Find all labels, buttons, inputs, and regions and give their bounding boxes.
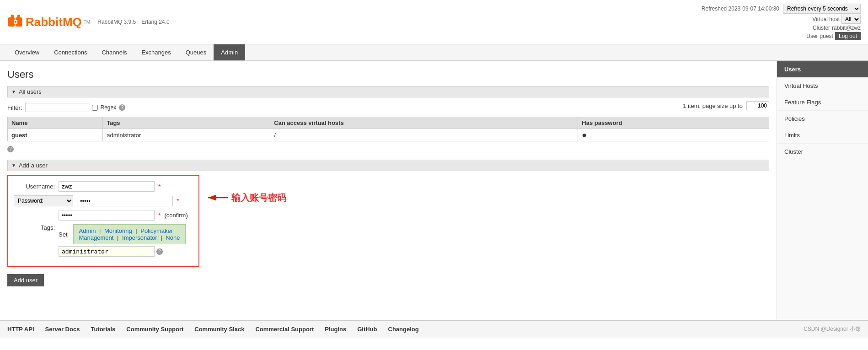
tag-monitoring-link[interactable]: Monitoring	[104, 227, 132, 234]
logo-text: RabbitMQ	[26, 15, 82, 29]
footer-changelog[interactable]: Changelog	[388, 326, 419, 333]
nav-exchanges[interactable]: Exchanges	[134, 44, 178, 60]
tag-impersonator-link[interactable]: Impersonator	[122, 234, 157, 241]
cluster-value: rabbit@zwz	[832, 25, 861, 31]
regex-label: Regex	[101, 104, 117, 111]
user-name-cell: guest	[8, 129, 103, 141]
set-label: Set	[59, 231, 68, 238]
confirm-required: *	[158, 212, 161, 219]
regex-help-icon[interactable]: ?	[119, 104, 125, 111]
tags-row: Tags: Set Admin | Monitoring | Policymak…	[14, 224, 193, 257]
footer-server-docs[interactable]: Server Docs	[45, 326, 80, 333]
sidebar-item-virtual-hosts[interactable]: Virtual Hosts	[777, 78, 868, 94]
add-user-box: Username: * Password: Hashed password: *	[7, 175, 199, 267]
tag-admin-link[interactable]: Admin	[79, 227, 96, 234]
content: Users ▼ All users Filter: Regex ? 1 item…	[0, 61, 777, 320]
rabbitmq-version: RabbitMQ 3.9.5	[97, 19, 136, 25]
svg-rect-2	[11, 15, 14, 19]
page-size-label: 1 item, page size up to	[683, 102, 743, 109]
confirm-label: (confirm)	[164, 212, 188, 219]
tags-area: Set Admin | Monitoring | Policymaker Man…	[59, 224, 186, 257]
tags-help-icon[interactable]: ?	[156, 248, 163, 255]
page-title: Users	[7, 69, 769, 81]
logo-tm: TM	[84, 20, 90, 25]
table-help-icon[interactable]: ?	[7, 146, 14, 152]
footer-http-api[interactable]: HTTP API	[7, 326, 34, 333]
username-input[interactable]	[59, 181, 155, 192]
footer-community-support[interactable]: Community Support	[126, 326, 183, 333]
footer-github[interactable]: GitHub	[357, 326, 377, 333]
password-row: Password: Hashed password: *	[14, 195, 193, 206]
logout-button[interactable]: Log out	[835, 32, 861, 40]
sidebar-item-cluster[interactable]: Cluster	[777, 144, 868, 160]
col-vhosts: Can access virtual hosts	[270, 117, 578, 129]
user-password-cell: ●	[578, 129, 769, 141]
user-value: guest	[820, 33, 833, 39]
nav-overview[interactable]: Overview	[7, 44, 47, 60]
sidebar-item-users[interactable]: Users	[777, 61, 868, 78]
users-table: Name Tags Can access virtual hosts Has p…	[7, 117, 769, 141]
all-users-section-header[interactable]: ▼ All users	[7, 86, 769, 97]
version-info: RabbitMQ 3.9.5 Erlang 24.0	[97, 19, 169, 25]
password-type-select[interactable]: Password: Hashed password:	[14, 195, 73, 206]
footer-tutorials[interactable]: Tutorials	[91, 326, 115, 333]
cluster-label: Cluster	[813, 25, 830, 31]
confirm-password-row: * (confirm)	[14, 210, 193, 221]
tag-none-link[interactable]: None	[166, 234, 180, 241]
nav-connections[interactable]: Connections	[47, 44, 94, 60]
vhost-row: Virtual host All /	[812, 15, 861, 24]
user-label: User	[806, 33, 818, 39]
filter-label: Filter:	[7, 104, 22, 111]
filter-input[interactable]	[25, 103, 89, 112]
nav-queues[interactable]: Queues	[178, 44, 214, 60]
refresh-select[interactable]: Refresh every 5 seconds Refresh every 10…	[783, 4, 861, 14]
collapse-arrow-icon: ▼	[11, 89, 16, 94]
vhost-label: Virtual host	[812, 16, 840, 22]
tags-input[interactable]	[59, 246, 155, 257]
main: Users ▼ All users Filter: Regex ? 1 item…	[0, 61, 868, 320]
user-vhosts-cell: /	[270, 129, 578, 141]
nav-channels[interactable]: Channels	[94, 44, 134, 60]
user-row: User guest Log out	[806, 32, 861, 40]
sidebar: Users Virtual Hosts Feature Flags Polici…	[777, 61, 868, 320]
table-row[interactable]: guest administrator / ●	[8, 129, 769, 141]
add-user-arrow-icon: ▼	[11, 163, 16, 168]
logo-area: RabbitMQTM RabbitMQ 3.9.5 Erlang 24.0	[7, 14, 170, 30]
footer: HTTP API Server Docs Tutorials Community…	[0, 320, 868, 338]
tag-management-link[interactable]: Management	[79, 234, 114, 241]
erlang-version: Erlang 24.0	[141, 19, 169, 25]
add-user-button[interactable]: Add user	[7, 274, 44, 286]
sidebar-item-feature-flags[interactable]: Feature Flags	[777, 94, 868, 111]
all-users-label: All users	[19, 88, 42, 95]
sidebar-item-limits[interactable]: Limits	[777, 127, 868, 144]
cluster-row: Cluster rabbit@zwz	[813, 25, 861, 31]
tags-shortcuts: Admin | Monitoring | Policymaker Managem…	[73, 224, 186, 244]
refreshed-label: Refreshed 2023-09-07 14:00:30	[702, 5, 779, 12]
footer-credit: CSDN @Designer 小郑	[804, 325, 861, 333]
filter-left: Filter: Regex ?	[7, 103, 125, 112]
tags-label: Tags:	[14, 224, 55, 231]
footer-plugins[interactable]: Plugins	[325, 326, 346, 333]
nav-admin[interactable]: Admin	[214, 44, 245, 60]
header: RabbitMQTM RabbitMQ 3.9.5 Erlang 24.0 Re…	[0, 0, 868, 44]
refresh-row: Refreshed 2023-09-07 14:00:30 Refresh ev…	[702, 4, 861, 14]
vhost-select[interactable]: All /	[841, 15, 861, 24]
col-password: Has password	[578, 117, 769, 129]
confirm-password-input[interactable]	[59, 210, 155, 221]
annotation: 输入账号密码	[204, 188, 286, 207]
tag-policymaker-link[interactable]: Policymaker	[140, 227, 173, 234]
rabbitmq-logo-icon	[7, 14, 24, 30]
red-arrow-icon	[204, 188, 231, 207]
page-size-input[interactable]	[746, 101, 769, 110]
footer-community-slack[interactable]: Community Slack	[194, 326, 244, 333]
password-input[interactable]	[77, 196, 173, 206]
svg-point-5	[15, 21, 16, 23]
add-user-section-header[interactable]: ▼ Add a user	[7, 160, 769, 171]
filter-area: Filter: Regex ? 1 item, page size up to	[7, 101, 769, 114]
regex-checkbox[interactable]	[92, 105, 98, 111]
footer-commercial-support[interactable]: Commercial Support	[255, 326, 314, 333]
sidebar-item-policies[interactable]: Policies	[777, 111, 868, 127]
password-required: *	[177, 197, 179, 205]
annotation-text: 输入账号密码	[231, 192, 286, 204]
username-row: Username: *	[14, 181, 193, 192]
